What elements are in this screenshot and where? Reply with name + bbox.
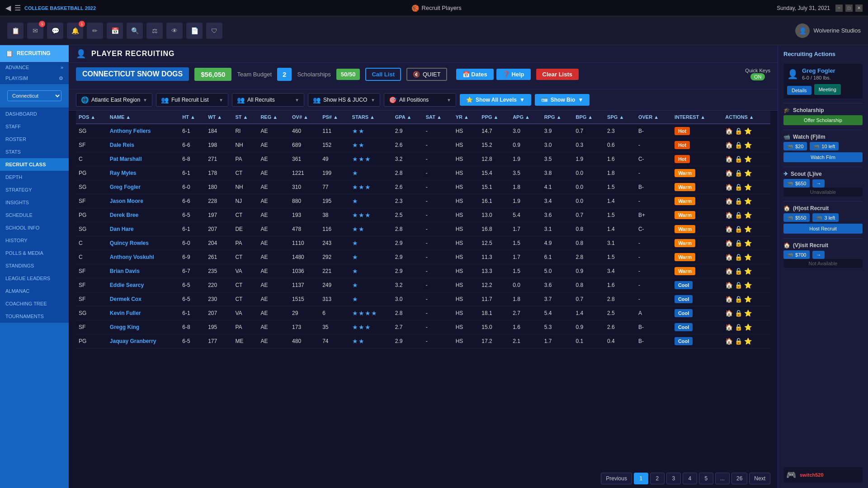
sidebar-item-polls[interactable]: POLLS & MEDIA xyxy=(0,247,69,259)
cell-name[interactable]: Jaquay Granberry xyxy=(107,334,180,348)
action-home-icon[interactable]: 🏠 xyxy=(725,310,733,317)
sidebar-item-recruit-class[interactable]: RECRUIT CLASS xyxy=(0,158,69,171)
cell-actions[interactable]: 🏠 🔒 ⭐ xyxy=(722,320,770,334)
scout-arrow-button[interactable]: → xyxy=(812,179,825,188)
col-rpg[interactable]: RPG ▲ xyxy=(542,111,573,124)
eye-icon-btn[interactable]: 👁 xyxy=(166,23,183,39)
hs-juco-filter[interactable]: 👥 Show HS & JUCO ▼ xyxy=(308,93,380,107)
action-star-icon[interactable]: ⭐ xyxy=(744,155,752,163)
action-star-icon[interactable]: ⭐ xyxy=(744,239,752,247)
sidebar-item-staff[interactable]: STAFF xyxy=(0,120,69,133)
clear-lists-button[interactable]: Clear Lists xyxy=(536,69,579,80)
region-filter[interactable]: 🌐 Atlantic East Region ▼ xyxy=(76,93,152,107)
page-5-button[interactable]: 5 xyxy=(699,473,713,484)
action-home-icon[interactable]: 🏠 xyxy=(725,141,733,149)
state-select[interactable]: Connecticut xyxy=(7,90,61,101)
prev-page-button[interactable]: Previous xyxy=(601,473,632,484)
col-wt[interactable]: WT ▲ xyxy=(205,111,232,124)
mail-icon-btn[interactable]: ✉ 5 xyxy=(27,23,43,39)
sidebar-item-league-leaders[interactable]: LEAGUE LEADERS xyxy=(0,272,69,285)
cell-name[interactable]: Jason Moore xyxy=(107,194,180,208)
action-star-icon[interactable]: ⭐ xyxy=(744,225,752,233)
action-lock-icon[interactable]: 🔒 xyxy=(735,253,742,261)
action-lock-icon[interactable]: 🔒 xyxy=(735,282,742,289)
clipboard-icon-btn[interactable]: 📋 xyxy=(7,23,24,39)
cell-actions[interactable]: 🏠 🔒 ⭐ xyxy=(722,152,770,166)
action-home-icon[interactable]: 🏠 xyxy=(725,239,733,247)
show-bio-button[interactable]: 🪪 Show Bio ▼ xyxy=(535,94,590,106)
film-left-button[interactable]: 📹 10 left xyxy=(810,142,839,150)
film-cost-button[interactable]: 📹 $20 xyxy=(783,142,807,150)
details-button[interactable]: Details xyxy=(787,86,811,95)
cell-name[interactable]: Quincy Rowles xyxy=(107,236,180,250)
action-lock-icon[interactable]: 🔒 xyxy=(735,225,742,233)
cell-actions[interactable]: 🏠 🔒 ⭐ xyxy=(722,278,770,292)
cell-actions[interactable]: 🏠 🔒 ⭐ xyxy=(722,292,770,306)
action-lock-icon[interactable]: 🔒 xyxy=(735,211,742,219)
meeting-button[interactable]: Meeting xyxy=(814,84,841,95)
action-lock-icon[interactable]: 🔒 xyxy=(735,197,742,205)
sidebar-item-school-info[interactable]: SCHOOL INFO xyxy=(0,221,69,234)
sidebar-item-tournaments[interactable]: TOURNAMENTS xyxy=(0,310,69,323)
edit-icon-btn[interactable]: ✏ xyxy=(87,23,103,39)
host-cost-button[interactable]: 📹 $550 xyxy=(783,213,810,222)
shield-icon-btn[interactable]: 🛡 xyxy=(206,23,222,39)
cell-actions[interactable]: 🏠 🔒 ⭐ xyxy=(722,334,770,348)
col-spg[interactable]: SPG ▲ xyxy=(604,111,636,124)
page-1-button[interactable]: 1 xyxy=(634,473,648,484)
action-star-icon[interactable]: ⭐ xyxy=(744,324,752,331)
cell-actions[interactable]: 🏠 🔒 ⭐ xyxy=(722,180,770,194)
action-star-icon[interactable]: ⭐ xyxy=(744,197,752,205)
col-ppg[interactable]: PPG ▲ xyxy=(479,111,510,124)
cell-name[interactable]: Derek Bree xyxy=(107,208,180,222)
page-3-button[interactable]: 3 xyxy=(666,473,681,484)
action-lock-icon[interactable]: 🔒 xyxy=(735,296,742,303)
action-home-icon[interactable]: 🏠 xyxy=(725,282,733,289)
positions-filter[interactable]: 🎯 All Positions ▼ xyxy=(384,93,456,107)
cell-actions[interactable]: 🏠 🔒 ⭐ xyxy=(722,306,770,320)
action-star-icon[interactable]: ⭐ xyxy=(744,310,752,317)
col-over[interactable]: OVER ▲ xyxy=(636,111,672,124)
action-star-icon[interactable]: ⭐ xyxy=(744,169,752,177)
cell-name[interactable]: Eddie Searcy xyxy=(107,278,180,292)
sidebar-item-history[interactable]: HISTORY xyxy=(0,234,69,247)
action-star-icon[interactable]: ⭐ xyxy=(744,211,752,219)
calendar-icon-btn[interactable]: 📅 xyxy=(107,23,123,39)
visit-arrow-button[interactable]: → xyxy=(812,251,825,259)
action-lock-icon[interactable]: 🔒 xyxy=(735,141,742,149)
show-all-levels-button[interactable]: ⭐ Show All Levels ▼ xyxy=(460,94,531,106)
help-button[interactable]: ❓ Help xyxy=(496,69,531,80)
cell-actions[interactable]: 🏠 🔒 ⭐ xyxy=(722,124,770,138)
watch-film-button[interactable]: Watch Film xyxy=(783,152,863,162)
col-apg[interactable]: APG ▲ xyxy=(510,111,542,124)
action-lock-icon[interactable]: 🔒 xyxy=(735,127,742,135)
cell-name[interactable]: Ray Myles xyxy=(107,166,180,180)
sidebar-sub-advance[interactable]: ADVANCE » xyxy=(0,62,69,73)
call-list-button[interactable]: Call List xyxy=(365,68,401,81)
sidebar-item-depth[interactable]: DEPTH xyxy=(0,171,69,183)
col-yr[interactable]: YR ▲ xyxy=(453,111,479,124)
search-icon-btn[interactable]: 🔍 xyxy=(127,23,143,39)
cell-name[interactable]: Gregg King xyxy=(107,320,180,334)
col-actions[interactable]: ACTIONS ▲ xyxy=(722,111,770,124)
host-left-button[interactable]: 📹 3 left xyxy=(812,213,839,222)
action-lock-icon[interactable]: 🔒 xyxy=(735,338,742,345)
cell-actions[interactable]: 🏠 🔒 ⭐ xyxy=(722,236,770,250)
close-button[interactable]: ✕ xyxy=(855,5,863,12)
col-st[interactable]: ST ▲ xyxy=(232,111,258,124)
dates-button[interactable]: 📅 Dates xyxy=(456,69,494,80)
sidebar-item-coaching-tree[interactable]: COACHING TREE xyxy=(0,297,69,310)
action-lock-icon[interactable]: 🔒 xyxy=(735,267,742,275)
cell-actions[interactable]: 🏠 🔒 ⭐ xyxy=(722,194,770,208)
action-star-icon[interactable]: ⭐ xyxy=(744,141,752,149)
action-home-icon[interactable]: 🏠 xyxy=(725,197,733,205)
minimize-button[interactable]: − xyxy=(835,5,843,12)
host-recruit-button[interactable]: Host Recruit xyxy=(783,224,863,234)
col-pos[interactable]: POS ▲ xyxy=(76,111,107,124)
menu-icon[interactable]: ☰ xyxy=(14,4,21,12)
sidebar-sub-playsim[interactable]: PLAY/SIM ⚙ xyxy=(0,73,69,84)
action-home-icon[interactable]: 🏠 xyxy=(725,267,733,275)
sidebar-item-recruiting[interactable]: 📋 RECRUITING xyxy=(0,45,69,62)
sidebar-item-almanac[interactable]: ALMANAC xyxy=(0,285,69,297)
action-home-icon[interactable]: 🏠 xyxy=(725,324,733,331)
